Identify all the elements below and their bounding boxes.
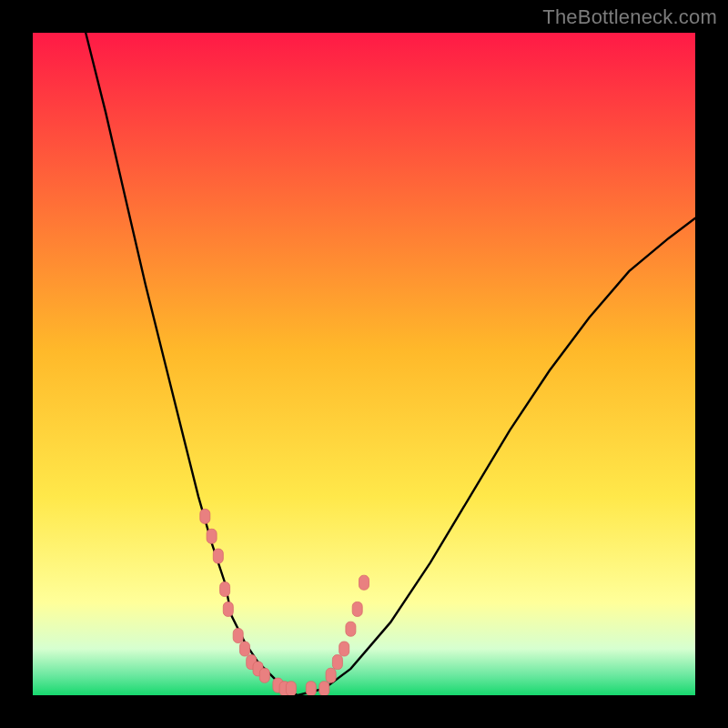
curve-marker: [223, 602, 233, 616]
plot-area: [33, 33, 695, 695]
curve-marker: [339, 642, 349, 656]
watermark-text: TheBottleneck.com: [542, 5, 717, 29]
curve-marker: [220, 582, 230, 597]
curve-marker: [259, 668, 269, 682]
curve-marker: [286, 682, 296, 695]
plot-svg: [33, 33, 695, 695]
curve-marker: [233, 629, 243, 643]
curve-marker: [200, 509, 210, 523]
curve-marker: [332, 655, 342, 670]
gradient-background: [33, 33, 695, 695]
curve-marker: [352, 602, 362, 616]
chart-frame: TheBottleneck.com: [0, 0, 728, 728]
curve-marker: [359, 575, 369, 590]
curve-marker: [213, 549, 223, 563]
curve-marker: [346, 622, 356, 636]
curve-marker: [319, 682, 329, 695]
curve-marker: [240, 642, 250, 656]
curve-marker: [306, 682, 316, 695]
curve-marker: [207, 529, 217, 543]
curve-marker: [326, 668, 336, 682]
